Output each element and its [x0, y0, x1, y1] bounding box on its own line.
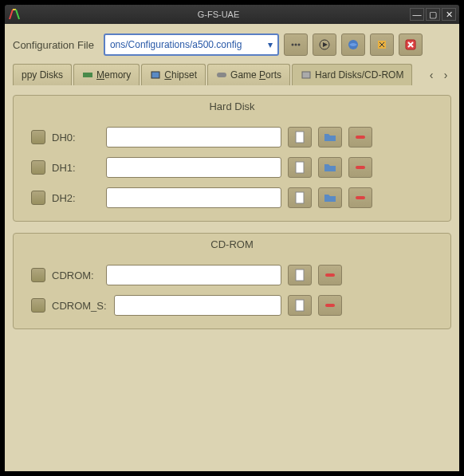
cdrom-s-remove-button[interactable] — [318, 295, 342, 316]
svg-rect-11 — [296, 132, 304, 143]
folder-icon — [324, 192, 336, 203]
dh2-row: DH2: — [14, 183, 450, 213]
minus-icon — [324, 273, 336, 277]
svg-rect-13 — [296, 162, 304, 173]
chipset-icon — [150, 70, 161, 80]
dh2-label: DH2: — [52, 192, 100, 204]
gamepad-icon — [216, 70, 227, 80]
tab-hard-disks[interactable]: Hard Disks/CD-ROM — [292, 64, 412, 85]
minus-icon — [355, 135, 366, 140]
minus-icon — [355, 165, 366, 170]
chevron-down-icon: ▾ — [268, 39, 273, 50]
tab-chipset[interactable]: Chipset — [141, 64, 206, 85]
file-icon — [294, 269, 305, 281]
tab-next-button[interactable]: › — [440, 68, 451, 82]
tab-bar: ppy Disks Memory Chipset Game Ports Hard… — [13, 64, 451, 85]
svg-rect-9 — [217, 73, 226, 77]
dh1-checkbox[interactable] — [31, 160, 45, 175]
close-button[interactable]: ✕ — [442, 8, 456, 21]
config-file-select[interactable]: ons/Configurations/a500.config ▾ — [104, 33, 279, 56]
titlebar: G-FS-UAE — ▢ ✕ — [5, 5, 459, 24]
svg-rect-16 — [356, 196, 365, 199]
file-icon — [294, 299, 305, 312]
svg-point-0 — [291, 44, 293, 46]
tab-floppy-disks[interactable]: ppy Disks — [13, 64, 72, 85]
file-icon — [294, 161, 305, 174]
svg-rect-20 — [325, 304, 335, 307]
file-icon — [294, 131, 305, 144]
dh0-folder-button[interactable] — [318, 127, 342, 148]
dh1-input[interactable] — [106, 157, 281, 178]
app-icon — [8, 8, 21, 21]
content-area: Configuration File ons/Configurations/a5… — [5, 24, 459, 471]
cdrom-remove-button[interactable] — [318, 265, 342, 285]
svg-point-2 — [297, 44, 300, 46]
minus-icon — [324, 303, 336, 308]
dh2-remove-button[interactable] — [348, 187, 372, 208]
svg-rect-18 — [325, 273, 335, 277]
dh0-label: DH0: — [52, 132, 100, 144]
folder-icon — [324, 132, 336, 143]
svg-rect-8 — [151, 72, 159, 78]
dh1-row: DH1: — [14, 152, 450, 183]
window: G-FS-UAE — ▢ ✕ Configuration File ons/Co… — [0, 0, 464, 476]
file-icon — [294, 191, 305, 204]
browse-button[interactable] — [284, 33, 308, 56]
tools-button[interactable] — [370, 33, 394, 56]
cdrom-checkbox[interactable] — [31, 268, 45, 282]
config-label: Configuration File — [13, 39, 94, 51]
cdrom-input[interactable] — [106, 265, 281, 285]
maximize-button[interactable]: ▢ — [426, 8, 440, 21]
svg-rect-19 — [296, 300, 304, 311]
dh2-folder-button[interactable] — [318, 187, 342, 208]
cdrom-s-row: CDROM_S: — [14, 290, 450, 321]
dh0-remove-button[interactable] — [348, 127, 372, 148]
memory-icon — [82, 71, 93, 79]
svg-rect-17 — [296, 269, 304, 281]
dh1-folder-button[interactable] — [318, 157, 342, 178]
tab-game-ports[interactable]: Game Ports — [207, 64, 290, 85]
globe-icon — [348, 39, 359, 50]
ellipsis-icon — [290, 41, 301, 49]
globe-button[interactable] — [341, 33, 365, 56]
dh1-new-button[interactable] — [288, 157, 312, 178]
minimize-button[interactable]: — — [410, 8, 424, 21]
cdrom-s-new-button[interactable] — [288, 295, 312, 316]
cdrom-title: CD-ROM — [14, 238, 450, 250]
svg-rect-10 — [302, 72, 310, 78]
dh2-new-button[interactable] — [288, 187, 312, 208]
config-value: ons/Configurations/a500.config — [110, 39, 242, 50]
tab-prev-button[interactable]: ‹ — [426, 68, 437, 82]
svg-rect-7 — [83, 73, 92, 77]
dh0-input[interactable] — [106, 127, 281, 148]
dh2-checkbox[interactable] — [31, 191, 45, 205]
delete-button[interactable] — [399, 33, 423, 56]
dh0-checkbox[interactable] — [31, 130, 45, 144]
play-button[interactable] — [313, 33, 336, 56]
cdrom-label: CDROM: — [52, 269, 100, 281]
tab-memory[interactable]: Memory — [73, 64, 140, 85]
cdrom-row: CDROM: — [14, 260, 450, 290]
dh2-input[interactable] — [106, 187, 281, 208]
cdrom-new-button[interactable] — [288, 265, 312, 285]
hard-disk-panel: Hard Disk DH0: DH1: DH2: — [13, 95, 451, 222]
play-icon — [319, 39, 330, 50]
window-title: G-FS-UAE — [27, 10, 410, 19]
hard-disk-title: Hard Disk — [14, 100, 450, 112]
dh0-row: DH0: — [14, 122, 450, 152]
tools-icon — [376, 39, 387, 50]
cdrom-s-input[interactable] — [114, 295, 281, 316]
disk-icon — [301, 70, 312, 80]
minus-icon — [355, 195, 366, 200]
tab-scroll: ‹ › — [426, 68, 451, 82]
svg-rect-15 — [296, 192, 304, 203]
dh1-label: DH1: — [52, 162, 100, 174]
close-icon — [404, 38, 417, 51]
cdrom-panel: CD-ROM CDROM: CDROM_S: — [13, 233, 451, 329]
dh0-new-button[interactable] — [288, 127, 312, 148]
dh1-remove-button[interactable] — [348, 157, 372, 178]
cdrom-s-checkbox[interactable] — [31, 298, 45, 313]
svg-point-1 — [294, 44, 297, 46]
folder-icon — [324, 162, 336, 173]
window-controls: — ▢ ✕ — [410, 8, 456, 21]
